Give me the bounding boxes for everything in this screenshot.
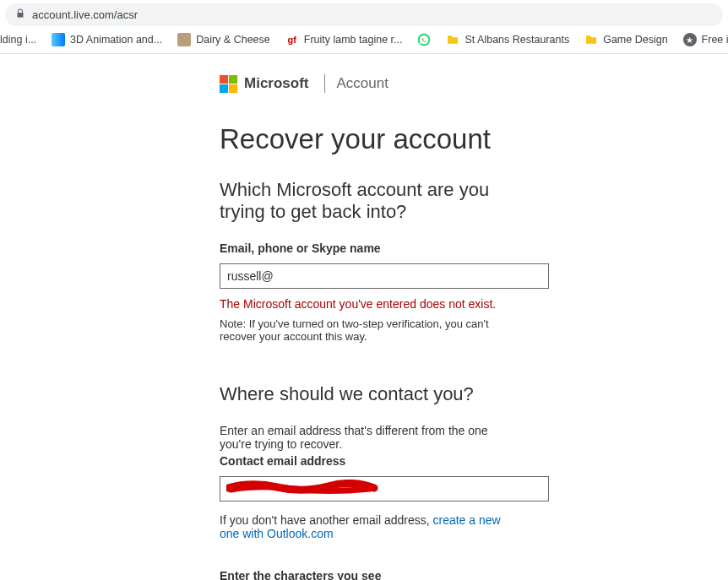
bookmark-label: St Albans Restaurants: [465, 34, 569, 46]
bookmark-item[interactable]: ★ Free icon: [683, 33, 728, 46]
url-text: account.live.com/acsr: [32, 8, 138, 21]
redaction-mark: [226, 480, 378, 495]
star-icon: ★: [683, 33, 697, 46]
contact-heading: Where should we contact you?: [220, 383, 507, 405]
bookmark-item[interactable]: St Albans Restaurants: [446, 33, 569, 46]
bookmark-label: Free icon: [702, 34, 728, 46]
main-content: Microsoft Account Recover your account W…: [0, 54, 507, 580]
bookmark-label: lding i...: [0, 34, 36, 46]
bookmark-label: Game Design: [603, 34, 667, 46]
header-divider: [324, 74, 325, 93]
bookmark-label: Fruity lamb tagine r...: [304, 34, 403, 46]
contact-field-label: Contact email address: [220, 454, 507, 468]
lock-icon: [15, 8, 25, 21]
page-title: Recover your account: [220, 123, 507, 155]
account-field-label: Email, phone or Skype name: [220, 241, 507, 255]
microsoft-header: Microsoft Account: [220, 74, 507, 93]
folder-icon: [446, 33, 459, 46]
microsoft-logo-icon: [220, 75, 237, 93]
bookmark-item[interactable]: lding i...: [0, 34, 36, 46]
contact-helper: If you don't have another email address,…: [220, 513, 507, 540]
contact-info: Enter an email address that's different …: [220, 424, 507, 451]
bookmark-item[interactable]: Dairy & Cheese: [177, 33, 270, 46]
account-input[interactable]: [220, 263, 549, 289]
whatsapp-icon: [417, 33, 431, 46]
bookmark-item[interactable]: Game Design: [584, 33, 667, 46]
account-heading: Which Microsoft account are you trying t…: [220, 179, 507, 223]
account-error: The Microsoft account you've entered doe…: [220, 297, 507, 311]
header-section: Account: [337, 75, 388, 92]
address-bar[interactable]: account.live.com/acsr: [5, 3, 723, 26]
bookmark-favicon: [52, 33, 65, 46]
bookmark-label: 3D Animation and...: [70, 34, 162, 46]
bookmark-item[interactable]: [417, 33, 431, 46]
bookmarks-bar: lding i... 3D Animation and... Dairy & C…: [0, 26, 728, 54]
bookmark-favicon: [177, 33, 191, 46]
account-note: Note: If you've turned on two-step verif…: [220, 317, 507, 343]
brand-name: Microsoft: [244, 75, 309, 92]
bookmark-favicon: gf: [285, 33, 299, 46]
captcha-label: Enter the characters you see: [220, 569, 507, 580]
bookmark-item[interactable]: gf Fruity lamb tagine r...: [285, 33, 403, 46]
folder-icon: [584, 33, 598, 46]
bookmark-item[interactable]: 3D Animation and...: [52, 33, 162, 46]
bookmark-label: Dairy & Cheese: [196, 34, 270, 46]
